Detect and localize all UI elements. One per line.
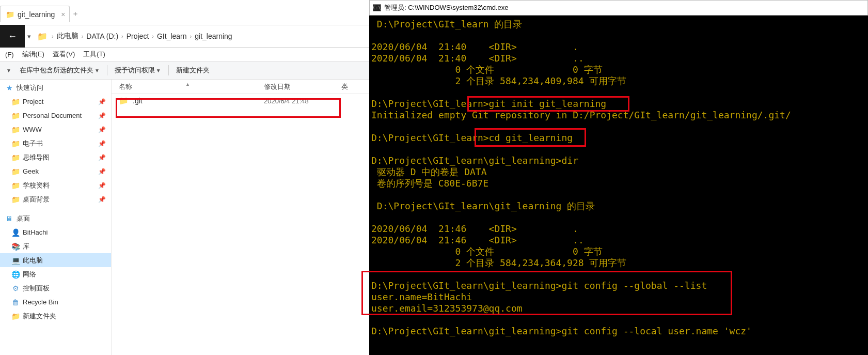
user-icon: 👤	[11, 228, 20, 237]
back-button[interactable]: ←	[0, 25, 25, 48]
organize-button[interactable]: ▼	[2, 66, 15, 75]
sidebar-item-label: 电子书	[23, 139, 43, 148]
sidebar-item[interactable]: 📁WWW📌	[0, 122, 111, 136]
cmd-output[interactable]: D:\Project\GIt_learn 的目录 2020/06/04 21:4…	[369, 16, 868, 355]
sidebar-item[interactable]: 🗑Recycle Bin	[0, 295, 111, 309]
chevron-icon[interactable]: ›	[188, 33, 194, 39]
folder-icon: 📁	[37, 32, 48, 41]
sidebar-item[interactable]: 💻此电脑	[0, 253, 111, 267]
folder-icon: 📁	[11, 153, 20, 162]
menu-file[interactable]: (F)	[1, 50, 18, 59]
net-icon: 🌐	[11, 270, 20, 279]
chevron-icon[interactable]: ›	[150, 33, 156, 39]
sidebar-item-label: Personal Document	[23, 112, 82, 119]
close-icon[interactable]: ×	[61, 10, 65, 19]
folder-icon: 📁	[11, 312, 20, 320]
column-date[interactable]: 修改日期	[264, 82, 341, 91]
sidebar-item-label: 桌面	[17, 214, 30, 223]
pin-icon: 📌	[98, 126, 106, 133]
folder-icon: 📁	[11, 140, 20, 148]
sidebar-item[interactable]: 📁电子书📌	[0, 136, 111, 150]
pin-icon: 📌	[98, 112, 106, 119]
cmd-window: C:\ 管理员: C:\WINDOWS\system32\cmd.exe D:\…	[369, 0, 868, 355]
grant-access-button[interactable]: 授予访问权限 ▼	[111, 64, 165, 77]
sort-asc-icon: ▲	[185, 82, 190, 87]
sidebar-item-label: 库	[23, 242, 29, 251]
tab-label: git_learning	[18, 10, 55, 19]
sidebar-item[interactable]: ⚙控制面板	[0, 281, 111, 295]
separator	[168, 65, 169, 75]
file-explorer: 📁 git_learning × ＋ ← ▾ 📁 › 此电脑 › DATA (D…	[0, 0, 369, 355]
sidebar-item[interactable]: 📁新建文件夹	[0, 309, 111, 323]
sidebar-item[interactable]: 📁Geek📌	[0, 164, 111, 178]
folder-icon: 📁	[11, 195, 20, 204]
sidebar-item[interactable]: 🖥桌面	[0, 211, 111, 225]
breadcrumb-item[interactable]: DATA (D:)	[85, 32, 119, 40]
sidebar-item-label: BitHachi	[23, 228, 48, 236]
folder-icon: 📁	[6, 10, 14, 19]
folder-icon: 📁	[11, 167, 20, 176]
column-type[interactable]: 类	[341, 82, 369, 91]
menu-tools[interactable]: 工具(T)	[79, 49, 109, 60]
sidebar-item-label: Project	[23, 98, 43, 105]
cpl-icon: ⚙	[11, 284, 20, 292]
sidebar-item-label: WWW	[23, 126, 42, 133]
sidebar-item-label: 学校资料	[23, 181, 50, 190]
new-tab-button[interactable]: ＋	[72, 9, 79, 19]
sidebar-item[interactable]: 🌐网络	[0, 267, 111, 281]
chevron-down-icon: ▼	[156, 68, 161, 73]
chevron-down-icon: ▼	[94, 68, 100, 73]
sidebar-item-label: Recycle Bin	[23, 298, 58, 306]
breadcrumb-item[interactable]: git_learning	[194, 32, 233, 40]
sidebar-item-label: 桌面背景	[23, 195, 50, 204]
menu-view[interactable]: 查看(V)	[49, 49, 79, 60]
cmd-title-text: 管理员: C:\WINDOWS\system32\cmd.exe	[384, 3, 509, 12]
menu-bar: (F) 编辑(E) 查看(V) 工具(T)	[0, 48, 369, 61]
sidebar-item[interactable]: 📁Project📌	[0, 95, 111, 109]
sidebar-item[interactable]: 📚库	[0, 239, 111, 253]
file-date: 2020/6/4 21:48	[264, 97, 341, 105]
sidebar-item-label: 快速访问	[17, 83, 43, 92]
chevron-icon[interactable]: ›	[119, 33, 125, 39]
breadcrumb-item[interactable]: Project	[125, 32, 150, 40]
tab-git-learning[interactable]: 📁 git_learning ×	[0, 6, 70, 22]
desktop-icon: 🖥	[5, 214, 13, 223]
cmd-titlebar[interactable]: C:\ 管理员: C:\WINDOWS\system32\cmd.exe	[369, 0, 868, 16]
pin-icon: 📌	[98, 196, 106, 203]
sidebar-item[interactable]: ★快速访问	[0, 81, 111, 95]
star-icon: ★	[5, 84, 13, 92]
nav-dropdown[interactable]: ▾	[25, 33, 33, 40]
sidebar-item[interactable]: 📁桌面背景📌	[0, 192, 111, 206]
sidebar-item[interactable]: 📁学校资料📌	[0, 178, 111, 192]
file-name: .git	[133, 97, 143, 105]
folder-icon: 📁	[11, 112, 20, 120]
cmd-icon: C:\	[373, 4, 381, 11]
sidebar-item[interactable]: 👤BitHachi	[0, 225, 111, 239]
breadcrumb-item[interactable]: GIt_learn	[156, 32, 188, 40]
sidebar-item-label: 思维导图	[23, 153, 50, 162]
toolbar: ▼ 在库中包含所选的文件夹 ▼ 授予访问权限 ▼ 新建文件夹	[0, 61, 369, 80]
sidebar-item-label: 新建文件夹	[23, 312, 56, 321]
chevron-down-icon: ▼	[6, 68, 11, 73]
chevron-icon[interactable]: ›	[50, 33, 56, 39]
include-in-library-button[interactable]: 在库中包含所选的文件夹 ▼	[15, 64, 104, 77]
pin-icon: 📌	[98, 182, 106, 189]
sidebar-item-label: Geek	[23, 167, 39, 175]
sidebar-item[interactable]: 📁Personal Document📌	[0, 109, 111, 122]
pin-icon: 📌	[98, 140, 106, 147]
sidebar-item-label: 网络	[23, 270, 36, 279]
sidebar-item[interactable]: 📁思维导图📌	[0, 150, 111, 164]
column-name[interactable]: ▲名称	[112, 82, 264, 91]
chevron-icon[interactable]: ›	[80, 33, 86, 39]
breadcrumb-item[interactable]: 此电脑	[56, 32, 80, 41]
pin-icon: 📌	[98, 98, 106, 105]
file-listing: ▲名称 修改日期 类 📁.git2020/6/4 21:48	[112, 80, 369, 355]
sidebar: ★快速访问📁Project📌📁Personal Document📌📁WWW📌📁电…	[0, 80, 112, 355]
table-row[interactable]: 📁.git2020/6/4 21:48	[112, 94, 369, 107]
new-folder-button[interactable]: 新建文件夹	[172, 64, 214, 77]
tab-bar: 📁 git_learning × ＋	[0, 0, 369, 25]
menu-edit[interactable]: 编辑(E)	[18, 49, 49, 60]
folder-icon: 📁	[11, 126, 20, 134]
lib-icon: 📚	[11, 242, 20, 251]
sidebar-item-label: 此电脑	[23, 256, 43, 265]
